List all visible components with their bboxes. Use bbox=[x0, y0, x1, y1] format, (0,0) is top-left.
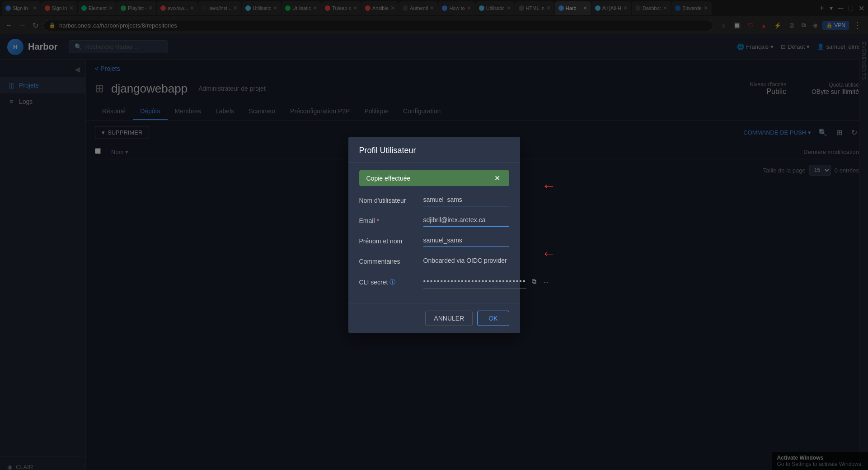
label-fullname: Prénom et nom bbox=[359, 234, 418, 245]
cli-secret-info-icon[interactable]: ⓘ bbox=[389, 278, 395, 286]
cli-secret-input-group: •••••••••••••••••••••••••••••• ⧉ ··· bbox=[423, 275, 551, 289]
required-indicator: * bbox=[377, 217, 379, 224]
form-row-fullname: Prénom et nom bbox=[359, 234, 509, 247]
ok-button[interactable]: OK bbox=[477, 311, 509, 326]
cancel-button[interactable]: ANNULER bbox=[425, 311, 473, 326]
alert-close-button[interactable]: ✕ bbox=[493, 174, 502, 182]
modal-overlay: Profil Utilisateur Copie effectuée ✕ Nom… bbox=[0, 0, 868, 470]
form-row-username: Nom d'utilisateur bbox=[359, 193, 509, 206]
modal-header: Profil Utilisateur bbox=[348, 137, 520, 163]
input-comments[interactable] bbox=[423, 254, 509, 267]
label-username: Nom d'utilisateur bbox=[359, 193, 418, 204]
arrow-annotation-2: ← bbox=[542, 245, 556, 262]
modal-title: Profil Utilisateur bbox=[359, 146, 509, 155]
input-username[interactable] bbox=[423, 193, 509, 206]
input-fullname[interactable] bbox=[423, 234, 509, 247]
copy-success-alert: Copie effectuée ✕ bbox=[359, 170, 509, 186]
cli-secret-row: CLI secret ⓘ •••••••••••••••••••••••••••… bbox=[359, 275, 509, 289]
cli-secret-more-button[interactable]: ··· bbox=[542, 276, 551, 287]
cli-secret-label: CLI secret ⓘ bbox=[359, 275, 418, 286]
alert-message: Copie effectuée bbox=[366, 175, 411, 182]
form-row-email: Email * bbox=[359, 214, 509, 227]
arrow-annotation-1: ← bbox=[542, 177, 556, 194]
form-row-comments: Commentaires bbox=[359, 254, 509, 267]
input-email[interactable] bbox=[423, 214, 509, 227]
label-email: Email * bbox=[359, 214, 418, 224]
user-profile-modal: Profil Utilisateur Copie effectuée ✕ Nom… bbox=[348, 137, 520, 333]
modal-footer: ANNULER OK bbox=[348, 303, 520, 333]
label-comments: Commentaires bbox=[359, 254, 418, 265]
modal-body: Copie effectuée ✕ Nom d'utilisateur Emai… bbox=[348, 163, 520, 303]
cli-secret-value: •••••••••••••••••••••••••••••• bbox=[423, 275, 526, 289]
cli-secret-copy-button[interactable]: ⧉ bbox=[530, 276, 538, 287]
